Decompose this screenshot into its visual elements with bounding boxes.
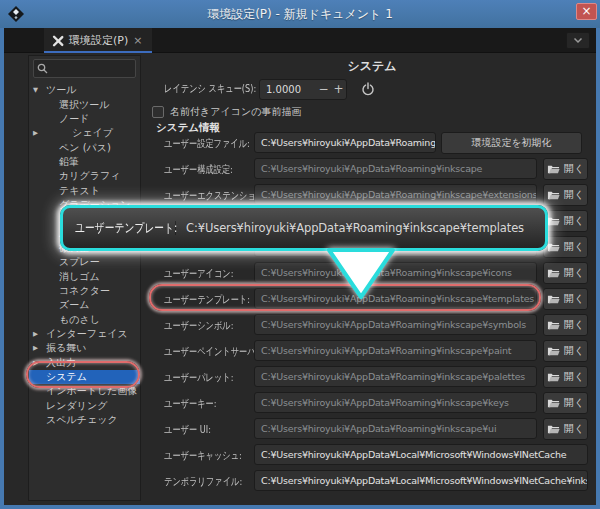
sidebar-item[interactable]: ▼ツール bbox=[29, 83, 140, 97]
sidebar-item[interactable]: ▶インターフェイス bbox=[29, 327, 140, 341]
window-close-button[interactable]: × bbox=[576, 3, 597, 20]
latency-spinbox[interactable]: 1.0000 − + bbox=[259, 79, 347, 100]
sidebar-item[interactable]: ものさし bbox=[29, 313, 140, 327]
open-folder-button[interactable]: 開く bbox=[543, 340, 588, 362]
tab-close-icon[interactable]: × bbox=[133, 34, 142, 47]
inkscape-logo-icon bbox=[8, 6, 24, 22]
path-value: C:¥Users¥hiroyuki¥AppData¥Roaming¥inksca… bbox=[261, 345, 511, 356]
reset-preferences-button[interactable]: 環境設定を初期化 bbox=[441, 132, 582, 154]
open-button-label: 開く bbox=[564, 396, 584, 410]
path-field[interactable]: C:¥Users¥hiroyuki¥AppData¥Roaming¥inksca… bbox=[254, 392, 537, 413]
search-box[interactable] bbox=[33, 59, 136, 78]
path-field[interactable]: C:¥Users¥hiroyuki¥AppData¥Local¥Microsof… bbox=[254, 470, 588, 491]
open-button-label: 開く bbox=[564, 422, 584, 436]
folder-open-icon bbox=[547, 320, 560, 331]
sidebar-item[interactable]: レンダリング bbox=[29, 399, 140, 413]
sidebar-item[interactable]: コネクター bbox=[29, 284, 140, 298]
page-title: システム bbox=[149, 58, 595, 75]
path-value: C:¥Users¥hiroyuki¥AppData¥Roaming¥inksca… bbox=[261, 423, 496, 434]
path-value: C:¥Users¥hiroyuki¥AppData¥Local¥Microsof… bbox=[261, 449, 566, 460]
expander-closed-icon[interactable]: ▶ bbox=[33, 129, 42, 137]
sidebar-item[interactable]: バケツ bbox=[29, 226, 140, 240]
open-folder-button[interactable]: 開く bbox=[543, 314, 588, 336]
path-field[interactable]: C:¥Users¥hiroyuki¥AppData¥Roaming¥inksca… bbox=[254, 366, 537, 387]
sidebar-item[interactable]: ▶振る舞い bbox=[29, 341, 140, 355]
sidebar-item[interactable]: ▶入出力 bbox=[29, 356, 140, 370]
sidebar-item[interactable]: ▶シェイプ bbox=[29, 126, 140, 140]
sidebar-item[interactable]: スポイト bbox=[29, 212, 140, 226]
reset-preferences-label: 環境設定を初期化 bbox=[471, 136, 551, 150]
sidebar-item[interactable]: 鉛筆 bbox=[29, 155, 140, 169]
path-field[interactable]: C:¥Users¥hiroyuki¥AppData¥Roaming¥inksca… bbox=[254, 314, 537, 335]
open-folder-button[interactable]: 開く bbox=[543, 184, 588, 206]
system-info-row: 開く bbox=[149, 208, 595, 234]
sidebar-item[interactable]: システム bbox=[29, 370, 140, 384]
close-icon: × bbox=[581, 4, 591, 18]
sidebar-item[interactable]: グラデーション bbox=[29, 198, 140, 212]
spin-plus-button[interactable]: + bbox=[331, 82, 346, 96]
system-info-row: ユーザー UI:C:¥Users¥hiroyuki¥AppData¥Roamin… bbox=[149, 416, 595, 442]
expander-open-icon[interactable]: ▼ bbox=[33, 86, 42, 94]
path-field[interactable]: C:¥Users¥hiroyuki¥AppData¥Local¥Microsof… bbox=[254, 444, 588, 465]
prerender-icons-row: 名前付きアイコンの事前描画 bbox=[152, 104, 301, 120]
expander-closed-icon[interactable]: ▶ bbox=[33, 330, 42, 338]
expander-closed-icon[interactable]: ▶ bbox=[33, 344, 42, 352]
open-folder-button[interactable]: 開く bbox=[543, 392, 588, 414]
sidebar-item-label: スポイト bbox=[59, 212, 100, 226]
open-folder-button[interactable]: 開く bbox=[543, 366, 588, 388]
open-folder-button[interactable]: 開く bbox=[543, 288, 588, 310]
sidebar-item[interactable]: 微調整 bbox=[29, 241, 140, 255]
system-info-row: ユーザーパレット:C:¥Users¥hiroyuki¥AppData¥Roami… bbox=[149, 364, 595, 390]
sidebar-item-label: コネクター bbox=[59, 284, 110, 298]
sidebar-item[interactable]: インポートした画像 bbox=[29, 384, 140, 398]
path-field[interactable]: C:¥Users¥hiroyuki¥AppData¥Roaming¥inksca… bbox=[254, 288, 537, 309]
folder-open-icon bbox=[547, 294, 560, 305]
path-value: C:¥Users¥hiroyuki¥AppData¥Roaming¥inksca… bbox=[261, 293, 534, 304]
system-info-row: 開く bbox=[149, 234, 595, 260]
path-field[interactable]: C:¥Users¥hiroyuki¥AppData¥Roaming¥inksca… bbox=[254, 184, 537, 205]
path-field[interactable]: C:¥Users¥hiroyuki¥AppData¥Roaming¥inksca… bbox=[254, 158, 537, 179]
sidebar-item[interactable]: ペン (パス) bbox=[29, 140, 140, 154]
path-field[interactable]: C:¥Users¥hiroyuki¥AppData¥Roaming¥inksca… bbox=[254, 340, 537, 361]
folder-open-icon bbox=[547, 190, 560, 201]
path-value: C:¥Users¥hiroyuki¥AppData¥Roaming¥inksca… bbox=[261, 163, 482, 174]
open-folder-button[interactable]: 開く bbox=[543, 158, 588, 180]
open-button-label: 開く bbox=[564, 240, 584, 254]
sidebar-item-label: 選択ツール bbox=[59, 98, 109, 112]
sidebar-item-label: 消しゴム bbox=[59, 270, 100, 284]
open-folder-button[interactable]: 開く bbox=[543, 418, 588, 440]
open-folder-button[interactable]: 開く bbox=[543, 210, 588, 232]
sidebar-item[interactable]: カリグラフィ bbox=[29, 169, 140, 183]
sidebar-item[interactable]: 選択ツール bbox=[29, 97, 140, 111]
path-field[interactable] bbox=[254, 210, 537, 231]
sidebar-item[interactable]: ノード bbox=[29, 112, 140, 126]
expander-closed-icon[interactable]: ▶ bbox=[33, 359, 42, 367]
sidebar-item-label: スプレー bbox=[59, 255, 100, 269]
open-button-label: 開く bbox=[564, 318, 584, 332]
sidebar-item-label: 振る舞い bbox=[46, 341, 86, 355]
sidebar-item-label: シェイプ bbox=[72, 126, 113, 140]
open-button-label: 開く bbox=[564, 188, 584, 202]
path-field[interactable]: C:¥Users¥hiroyuki¥AppData¥Roaming¥inksc bbox=[254, 132, 436, 153]
row-label: ユーザーアイコン: bbox=[164, 267, 253, 281]
reset-value-button[interactable] bbox=[361, 82, 375, 96]
path-field[interactable]: C:¥Users¥hiroyuki¥AppData¥Roaming¥inksca… bbox=[254, 418, 537, 439]
search-input[interactable] bbox=[51, 63, 129, 74]
tab-overflow-button[interactable] bbox=[566, 32, 590, 49]
path-field[interactable] bbox=[254, 236, 537, 257]
open-folder-button[interactable]: 開く bbox=[543, 236, 588, 258]
sidebar-item[interactable]: ズーム bbox=[29, 298, 140, 312]
sidebar-item[interactable]: テキスト bbox=[29, 183, 140, 197]
spin-minus-button[interactable]: − bbox=[316, 82, 331, 96]
prerender-icons-checkbox[interactable] bbox=[152, 106, 164, 118]
path-value: C:¥Users¥hiroyuki¥AppData¥Roaming¥inksca… bbox=[261, 397, 509, 408]
open-button-label: 開く bbox=[564, 370, 584, 384]
open-folder-button[interactable]: 開く bbox=[543, 262, 588, 284]
system-info-row: テンポラリファイル:C:¥Users¥hiroyuki¥AppData¥Loca… bbox=[149, 468, 595, 494]
system-info-row: ユーザー構成設定:C:¥Users¥hiroyuki¥AppData¥Roami… bbox=[149, 156, 595, 182]
sidebar-item[interactable]: 消しゴム bbox=[29, 269, 140, 283]
path-field[interactable]: C:¥Users¥hiroyuki¥AppData¥Roaming¥inksca… bbox=[254, 262, 537, 283]
sidebar-item[interactable]: スプレー bbox=[29, 255, 140, 269]
sidebar-item[interactable]: スペルチェック bbox=[29, 413, 140, 427]
tab-preferences[interactable]: 環境設定(P) × bbox=[44, 28, 152, 53]
